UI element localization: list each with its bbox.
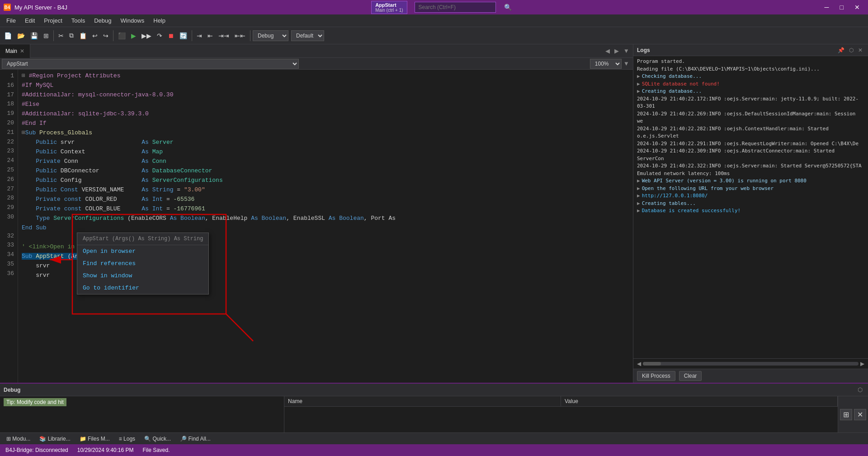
code-line-18: #Else: [22, 100, 629, 109]
appstart-sub: Main (ctrl + 1): [375, 8, 403, 13]
close-button[interactable]: ✕: [850, 2, 864, 13]
log-url: ▶http://127.0.0.1:8080/: [637, 192, 864, 200]
code-line-17: #AdditionalJar: mysql-connector-java-8.0…: [22, 90, 629, 100]
tab-next[interactable]: ▶: [613, 47, 621, 55]
debug-title: Debug: [4, 387, 20, 393]
maximize-button[interactable]: □: [835, 2, 848, 13]
zoom-dropdown[interactable]: ▼: [622, 59, 631, 68]
code-line-25: Public DBConnector As DatabaseConnector: [22, 166, 629, 176]
tb-copy[interactable]: ⧉: [67, 30, 76, 41]
log-abstract-connector: 2024-10-29 21:40:22.309:INFO :oejs.Abstr…: [637, 147, 864, 162]
tb-new[interactable]: 📄: [2, 30, 14, 41]
tb-undo[interactable]: ↩: [90, 30, 100, 41]
tb-indent[interactable]: ⇥: [194, 30, 204, 41]
ctx-info: AppStart (Args() As String) As String: [77, 233, 208, 245]
tb-indent2[interactable]: ⇥⇥: [216, 30, 231, 41]
debug-config-select[interactable]: Debug Release: [253, 30, 288, 41]
zoom-select[interactable]: 100%: [590, 59, 622, 69]
logs-close[interactable]: ✕: [856, 46, 864, 54]
menu-windows[interactable]: Windows: [116, 15, 149, 26]
code-content[interactable]: ⊞ #Region Project Attributes #If MySQL #…: [18, 70, 633, 383]
log-server-started: 2024-10-29 21:40:22.322:INFO :oejs.Serve…: [637, 162, 864, 170]
tb-cut[interactable]: ✂: [56, 30, 66, 41]
tb-paste[interactable]: 📋: [77, 30, 89, 41]
status-connection: B4J-Bridge: Disconnected: [5, 447, 68, 453]
tab-main[interactable]: Main ✕: [0, 44, 30, 58]
debug-col-name: Name: [284, 396, 561, 406]
debug-header: Debug ⬡: [0, 384, 868, 396]
tb-redo[interactable]: ↪: [101, 30, 111, 41]
logs-scroll-left[interactable]: ◀: [635, 360, 643, 368]
bottom-tab-logs[interactable]: ≡ Logs: [114, 434, 140, 444]
tb-refresh[interactable]: 🔄: [177, 30, 189, 41]
log-program-started: Program started.: [637, 58, 864, 66]
menu-file[interactable]: File: [2, 15, 20, 26]
tb-unindent[interactable]: ⇤: [205, 30, 215, 41]
debug-clear[interactable]: ✕: [854, 409, 866, 420]
search-input[interactable]: [415, 2, 496, 13]
code-line-20: #End If: [22, 119, 629, 128]
sub-select[interactable]: AppStart: [2, 59, 299, 69]
log-sqlite-not-found: ▶SQLite database not found!: [637, 81, 864, 88]
logs-float[interactable]: ⬡: [847, 46, 855, 54]
appstart-badge[interactable]: AppStart Main (ctrl + 1): [371, 1, 407, 14]
logs-scroll-right[interactable]: ▶: [859, 360, 866, 368]
tb-run[interactable]: ▶: [129, 30, 138, 41]
status-bar: B4J-Bridge: Disconnected 10/29/2024 9:40…: [0, 444, 868, 456]
menu-help[interactable]: Help: [149, 15, 170, 26]
menu-project[interactable]: Project: [39, 15, 66, 26]
tb-stop[interactable]: ⏹: [165, 30, 176, 41]
logs-pin[interactable]: 📌: [836, 46, 846, 54]
tb-step-over[interactable]: ↷: [155, 30, 165, 41]
bottom-tab-findall[interactable]: 🔎 Find All...: [175, 434, 215, 444]
bottom-tab-libraries[interactable]: 📚 Librarie...: [35, 434, 75, 444]
kill-process-button[interactable]: Kill Process: [637, 371, 675, 381]
title-bar-left: B4 My API Server - B4J: [4, 4, 67, 11]
menu-tools[interactable]: Tools: [67, 15, 90, 26]
log-web-api-running: ▶Web API Server (version = 3.00) is runn…: [637, 177, 864, 185]
debug-float[interactable]: ⬡: [856, 385, 864, 394]
bottom-tab-quick[interactable]: 🔍 Quick...: [140, 434, 175, 444]
log-request-log: 2024-10-29 21:40:22.291:INFO :oejs.Reque…: [637, 140, 864, 148]
tab-main-close[interactable]: ✕: [20, 48, 24, 54]
ctx-show-window[interactable]: Show in window: [77, 270, 208, 282]
bottom-tabs: ⊞ Modu... 📚 Librarie... 📁 Files M... ≡ L…: [0, 432, 868, 444]
minimize-button[interactable]: ─: [820, 2, 834, 13]
log-db-created: ▶Database is created successfully!: [637, 207, 864, 215]
logs-scroll-thumb[interactable]: [643, 362, 661, 366]
code-line-27: Public Const VERSION_NAME As String = "3…: [22, 185, 629, 195]
appstart-label: AppStart: [375, 2, 403, 8]
code-line-31: End Sub: [22, 223, 629, 233]
tab-prev[interactable]: ◀: [604, 47, 612, 55]
log-creating-db: ▶Creating database...: [637, 88, 864, 95]
tb-save[interactable]: 💾: [28, 30, 40, 41]
status-timestamp: 10/29/2024 9:40:16 PM: [77, 447, 134, 453]
ctx-go-to-identifier[interactable]: Go to identifier: [77, 282, 208, 294]
code-line-19: #AdditionalJar: sqlite-jdbc-3.39.3.0: [22, 109, 629, 119]
tb-grid[interactable]: ⊞: [41, 30, 51, 41]
tab-main-label: Main: [5, 48, 17, 54]
window-controls: ─ □ ✕: [820, 2, 864, 13]
code-line-28: Private const COLOR_RED As Int = -65536: [22, 195, 629, 204]
search-button[interactable]: 🔍: [500, 2, 516, 13]
ctx-open-browser[interactable]: Open in browser: [77, 245, 208, 257]
debug-copy[interactable]: ⊞: [840, 409, 852, 420]
menu-edit[interactable]: Edit: [20, 15, 39, 26]
tb-breakpoint[interactable]: ⬛: [116, 30, 128, 41]
logs-scroll-track[interactable]: [643, 362, 859, 366]
tb-run-debug[interactable]: ▶▶: [139, 30, 154, 41]
tab-menu[interactable]: ▼: [622, 47, 631, 55]
menu-debug[interactable]: Debug: [90, 15, 116, 26]
code-line-29: Private const COLOR_BLUE As Int = -16776…: [22, 204, 629, 214]
bottom-tab-modules[interactable]: ⊞ Modu...: [2, 434, 35, 444]
log-jetty: 2024-10-29 21:40:22.172:INFO :oejs.Serve…: [637, 95, 864, 110]
clear-button[interactable]: Clear: [679, 371, 702, 381]
debug-table-body: [284, 407, 838, 432]
tb-unindent2[interactable]: ⇤⇤: [232, 30, 248, 41]
layout-select[interactable]: Default: [291, 30, 324, 41]
tb-open[interactable]: 📂: [15, 30, 27, 41]
log-network-latency: Emulated network latency: 100ms: [637, 170, 864, 178]
bottom-tab-files[interactable]: 📁 Files M...: [75, 434, 114, 444]
debug-action-btns: ⊞ ✕: [838, 396, 868, 432]
ctx-find-references[interactable]: Find references: [77, 257, 208, 270]
